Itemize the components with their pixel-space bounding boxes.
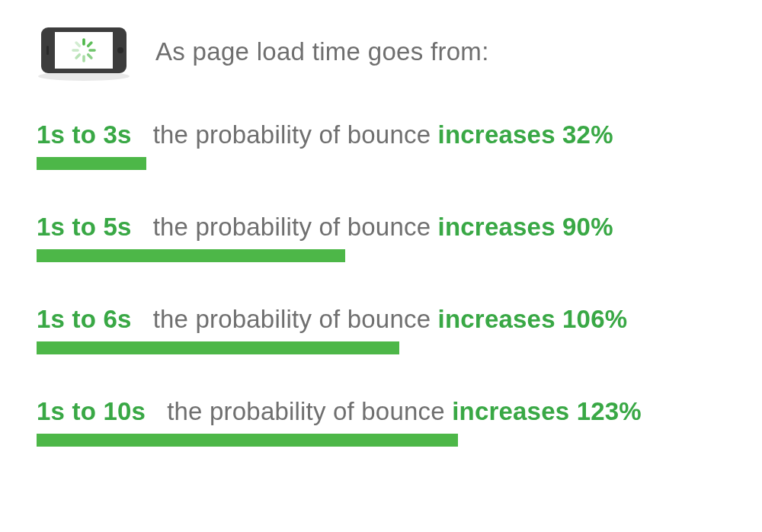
bar-track bbox=[37, 157, 725, 170]
data-row: 1s to 5s the probability of bounce incre… bbox=[37, 213, 725, 262]
header: As page load time goes from: bbox=[37, 23, 725, 81]
increase-word: increases bbox=[438, 120, 555, 149]
bar-track bbox=[37, 249, 725, 262]
svg-point-4 bbox=[117, 47, 123, 53]
bar-track bbox=[37, 434, 725, 447]
svg-rect-3 bbox=[46, 46, 49, 55]
chart-rows: 1s to 3s the probability of bounce incre… bbox=[37, 120, 725, 447]
time-range: 1s to 3s bbox=[37, 120, 132, 149]
increase-percent: 32% bbox=[562, 120, 613, 149]
chart-title: As page load time goes from: bbox=[155, 37, 489, 66]
bar-fill bbox=[37, 249, 345, 262]
data-row: 1s to 3s the probability of bounce incre… bbox=[37, 120, 725, 170]
data-row: 1s to 10s the probability of bounce incr… bbox=[37, 397, 725, 447]
bar-track bbox=[37, 341, 725, 354]
time-range: 1s to 5s bbox=[37, 213, 132, 241]
bar-fill bbox=[37, 434, 458, 447]
increase-word: increases bbox=[438, 213, 555, 241]
row-text: 1s to 10s the probability of bounce incr… bbox=[37, 397, 725, 426]
increase-word: increases bbox=[438, 305, 555, 333]
increase-word: increases bbox=[452, 397, 569, 425]
row-text: 1s to 3s the probability of bounce incre… bbox=[37, 120, 725, 149]
bar-fill bbox=[37, 157, 146, 170]
time-range: 1s to 6s bbox=[37, 305, 132, 333]
row-text: 1s to 5s the probability of bounce incre… bbox=[37, 213, 725, 242]
row-text: 1s to 6s the probability of bounce incre… bbox=[37, 305, 725, 334]
svg-rect-2 bbox=[55, 32, 113, 69]
data-row: 1s to 6s the probability of bounce incre… bbox=[37, 305, 725, 354]
mid-text: the probability of bounce bbox=[153, 120, 431, 149]
time-range: 1s to 10s bbox=[37, 397, 146, 425]
increase-percent: 123% bbox=[577, 397, 642, 425]
mid-text: the probability of bounce bbox=[167, 397, 445, 425]
increase-percent: 90% bbox=[562, 213, 613, 241]
increase-percent: 106% bbox=[562, 305, 627, 333]
mid-text: the probability of bounce bbox=[153, 213, 431, 241]
phone-loading-icon bbox=[37, 23, 131, 81]
mid-text: the probability of bounce bbox=[153, 305, 431, 333]
bar-fill bbox=[37, 341, 399, 354]
